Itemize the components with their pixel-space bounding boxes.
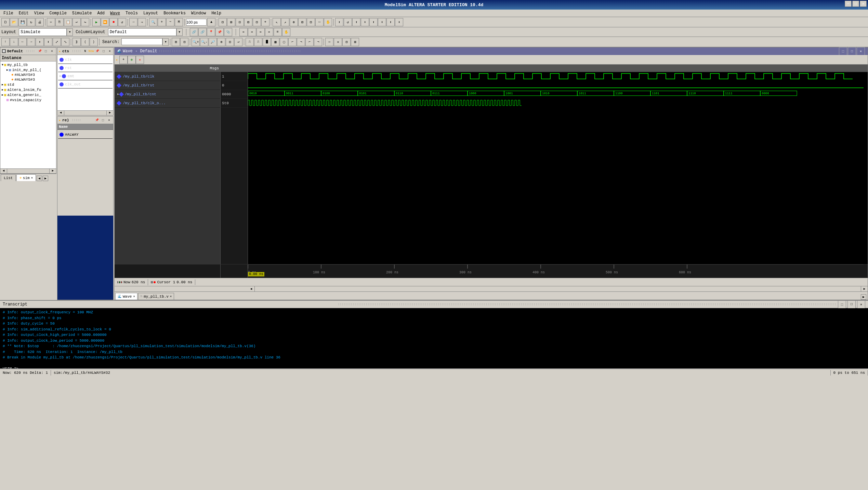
stop-btn[interactable]: ■ bbox=[109, 18, 118, 26]
tree-item-altera-generic[interactable]: ▶ ▣ altera_generic_ bbox=[1, 92, 55, 97]
wave-tb-12[interactable]: ⊟ bbox=[342, 38, 351, 46]
wave-tab-right-btn[interactable]: ▶ bbox=[861, 294, 868, 300]
wave-sig-cnt-row[interactable]: ▶ /my_pll_tb/cnt bbox=[115, 90, 220, 99]
tb-btn-1[interactable]: ⊟ bbox=[219, 18, 227, 26]
instance-panel-float[interactable]: ⬚ bbox=[43, 49, 49, 54]
tree-item-vsim[interactable]: ⊠ #vsim_capacity bbox=[1, 97, 55, 103]
tb-btn-4[interactable]: ⊞ bbox=[244, 18, 252, 26]
menu-view[interactable]: View bbox=[32, 10, 46, 16]
nav-btn-7[interactable]: ⬆ bbox=[386, 18, 395, 26]
tree-item-always2[interactable]: ● #ALWAYS#3 bbox=[1, 77, 55, 82]
wave-tb-2[interactable]: ⎍ bbox=[254, 38, 262, 46]
ev-float[interactable]: ⬚ bbox=[100, 118, 106, 123]
scroll-track-area[interactable] bbox=[255, 286, 861, 291]
undo-btn[interactable]: ↩ bbox=[73, 18, 81, 26]
column-layout-dropdown-arrow[interactable]: ▼ bbox=[176, 28, 183, 36]
instance-h-scrollbar[interactable]: ◀ ▶ bbox=[0, 168, 56, 173]
tb2-1[interactable]: ↑ bbox=[1, 38, 10, 46]
scroll-left-btn[interactable]: ◀ bbox=[248, 286, 255, 291]
tab-prev[interactable]: ◀ bbox=[37, 176, 42, 181]
obj-close[interactable]: ✕ bbox=[107, 49, 113, 54]
search-tb-2[interactable]: ⊟ bbox=[180, 38, 188, 46]
zoom-cursor-btn[interactable]: ⊕ bbox=[217, 38, 225, 46]
tab-sim-close[interactable]: ✕ bbox=[31, 176, 33, 180]
nav-btn-4[interactable]: ⬇ bbox=[361, 18, 369, 26]
wave-zoom1[interactable]: 🔍 bbox=[149, 18, 157, 26]
instance-panel-pin[interactable]: 📌 bbox=[37, 49, 42, 54]
wave-tb-3[interactable]: █ bbox=[263, 38, 271, 46]
cursor-btn-2[interactable]: ↗ bbox=[281, 18, 289, 26]
tab-next[interactable]: ▶ bbox=[43, 176, 48, 181]
cursor-btn-1[interactable]: ↖ bbox=[273, 18, 281, 26]
tab-myplltb-close[interactable]: ✕ bbox=[170, 295, 172, 298]
layout-tb-4[interactable]: 📌 bbox=[215, 28, 224, 36]
tb2-7[interactable]: ⤢ bbox=[53, 38, 61, 46]
maximize-button[interactable]: □ bbox=[852, 1, 859, 7]
layout-tb-1[interactable]: 🔗 bbox=[190, 28, 198, 36]
tab-wave-close[interactable]: ✕ bbox=[133, 295, 135, 298]
wave-h-scrollbar[interactable]: ◀ ▶ bbox=[115, 286, 868, 291]
layout-tb-3[interactable]: 📍 bbox=[207, 28, 215, 36]
tree-item-mypll-tb[interactable]: ▼ ▣ my_pll_tb bbox=[1, 62, 55, 67]
nav-btn-5[interactable]: ⬆ bbox=[369, 18, 378, 26]
sim-time-input[interactable] bbox=[186, 19, 207, 26]
tb2-3[interactable]: ← bbox=[18, 38, 27, 46]
cursor-btn-5[interactable]: ⊟ bbox=[307, 18, 315, 26]
nav-btn-6[interactable]: ⬇ bbox=[378, 18, 386, 26]
objects-h-scrollbar[interactable]: ◀ ▶ bbox=[57, 110, 113, 115]
menu-add[interactable]: Add bbox=[95, 10, 107, 16]
wave-tb-9[interactable]: ¬ bbox=[314, 38, 322, 46]
layout-tb-7[interactable]: ➡ bbox=[248, 28, 256, 36]
sim-time-unit[interactable]: ▲ bbox=[207, 18, 215, 26]
wave-tb-11[interactable]: ✕ bbox=[334, 38, 342, 46]
layout-tb-10[interactable]: ≡ bbox=[274, 28, 282, 36]
nav-btn-8[interactable]: ⬇ bbox=[395, 18, 403, 26]
transcript-expand[interactable]: ⬚ bbox=[838, 300, 846, 309]
cursor-btn-7[interactable]: ✋ bbox=[324, 18, 332, 26]
tb2-6[interactable]: ⬇ bbox=[44, 38, 52, 46]
layout-tb-9[interactable]: ➡ bbox=[265, 28, 273, 36]
wave-tb-5[interactable]: ▢ bbox=[280, 38, 288, 46]
tab-list[interactable]: List bbox=[1, 174, 16, 181]
wave-sig-clk-row[interactable]: /my_pll_tb/clk bbox=[115, 72, 220, 81]
layout-tb-11[interactable]: ✋ bbox=[282, 28, 290, 36]
layout-tb-6[interactable]: ⬅ bbox=[239, 28, 248, 36]
menu-bookmarks[interactable]: Bookmarks bbox=[161, 10, 188, 16]
save-btn[interactable]: 💾 bbox=[18, 18, 27, 26]
nav-btn-1[interactable]: ⬆ bbox=[335, 18, 343, 26]
restart-btn[interactable]: ↺ bbox=[118, 18, 126, 26]
scroll-right-btn[interactable]: ▶ bbox=[861, 286, 868, 291]
sig-clk[interactable]: clk bbox=[58, 56, 113, 64]
run-btn[interactable]: ▶ bbox=[92, 18, 101, 26]
ev-close[interactable]: ✕ bbox=[106, 118, 112, 123]
wave-sig-clkout-row[interactable]: /my_pll_tb/clk_o... bbox=[115, 99, 220, 108]
layout-tb-5[interactable]: 📎 bbox=[224, 28, 232, 36]
tb2-5[interactable]: ⬆ bbox=[36, 38, 44, 46]
obj-pin[interactable]: 📌 bbox=[95, 49, 100, 54]
menu-window[interactable]: Window bbox=[189, 10, 208, 16]
wave-tb-10[interactable]: ✂ bbox=[325, 38, 333, 46]
wave-expand-btn[interactable]: ⬚ bbox=[839, 47, 847, 55]
wave-add[interactable]: + bbox=[158, 18, 166, 26]
zoom-full-btn[interactable]: 🔎 bbox=[209, 38, 217, 46]
wave-tb-13[interactable]: ⊠ bbox=[351, 38, 359, 46]
sig-cnt[interactable]: ▶ cnt bbox=[58, 72, 113, 80]
objects-tree[interactable]: clk rst ▶ cnt clk_out bbox=[57, 55, 113, 110]
minimize-button[interactable]: ─ bbox=[845, 1, 852, 7]
transcript-maximize[interactable]: □ bbox=[847, 300, 856, 309]
sim-step[interactable]: → bbox=[129, 18, 137, 26]
tb-btn-5[interactable]: ⊟ bbox=[253, 18, 261, 26]
tb-btn-6[interactable]: ⌖ bbox=[261, 18, 269, 26]
zoom-out-btn[interactable]: 🔍- bbox=[200, 38, 208, 46]
nav-btn-3[interactable]: ⬆ bbox=[352, 18, 360, 26]
wave-tb-4[interactable]: ▦ bbox=[271, 38, 279, 46]
layout-tb-2[interactable]: 🔗 bbox=[198, 28, 207, 36]
wave-tb-7[interactable]: ¬ bbox=[297, 38, 305, 46]
layout-dropdown-arrow[interactable]: ▼ bbox=[67, 28, 73, 36]
layout-dropdown[interactable]: Simulate bbox=[19, 28, 67, 36]
tb2-4[interactable]: → bbox=[27, 38, 35, 46]
redo-btn[interactable]: ↪ bbox=[81, 18, 89, 26]
obj-float[interactable]: ⬚ bbox=[101, 49, 106, 54]
tree-item-altera-lnsim[interactable]: ▶ ▣ altera_lnsim_fu bbox=[1, 87, 55, 92]
search-dropdown[interactable]: ▼ bbox=[162, 38, 169, 46]
